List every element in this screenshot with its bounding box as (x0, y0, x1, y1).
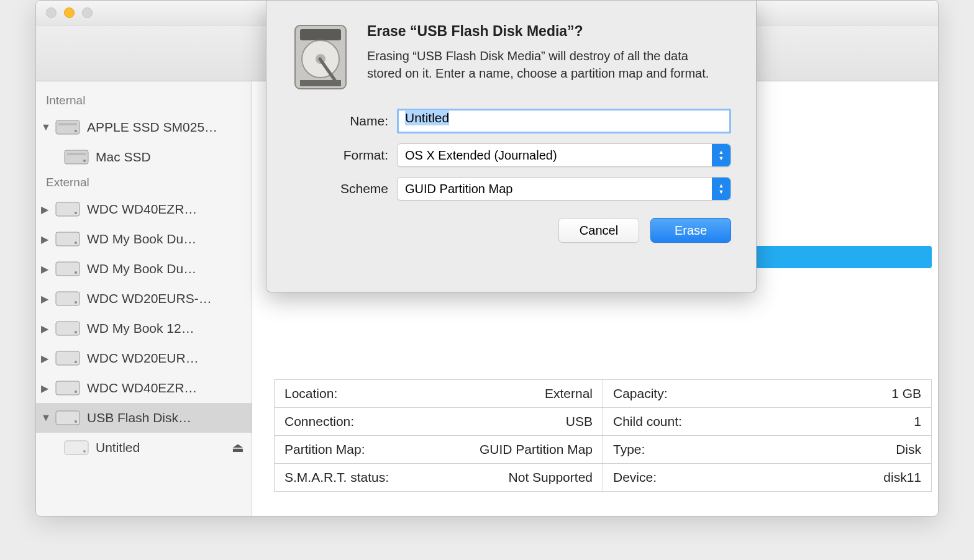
sidebar-disk-external-7[interactable]: ▼USB Flash Disk… (36, 403, 252, 433)
info-key: Child count: (613, 414, 682, 429)
info-value: Disk (896, 442, 921, 457)
svg-point-23 (75, 331, 77, 333)
sidebar-item-label: APPLE SSD SM025… (87, 120, 217, 135)
sidebar-item-label: WDC WD40EZR… (87, 381, 197, 395)
sidebar-disk-external-3[interactable]: ▶WDC WD20EURS-… (36, 284, 252, 314)
harddisk-large-icon (291, 23, 350, 91)
info-value: 1 GB (891, 386, 921, 401)
info-key: Connection: (284, 414, 354, 429)
dialog-title: Erase “USB Flash Disk Media”? (367, 23, 715, 40)
cancel-button[interactable]: Cancel (558, 218, 639, 243)
sidebar-item-label: WDC WD20EUR… (87, 351, 199, 366)
sidebar-item-label: WD My Book Du… (87, 261, 196, 276)
info-key: Capacity: (613, 386, 668, 401)
info-row: Child count:1 (603, 408, 931, 436)
scheme-value: GUID Partition Map (405, 182, 512, 196)
sidebar-disk-external-6[interactable]: ▶WDC WD40EZR… (36, 373, 252, 403)
svg-point-31 (83, 450, 86, 453)
info-key: S.M.A.R.T. status: (284, 470, 389, 485)
svg-point-13 (83, 160, 86, 162)
name-label: Name: (291, 114, 397, 129)
sidebar: Internal ▼ APPLE SSD SM025… Mac SSD Exte… (36, 81, 252, 516)
svg-point-27 (75, 391, 77, 393)
svg-point-19 (75, 271, 77, 274)
sidebar-item-label: Mac SSD (96, 150, 151, 165)
info-key: Device: (613, 470, 657, 485)
harddisk-icon (55, 407, 81, 428)
minimize-button[interactable] (64, 7, 75, 18)
select-arrows-icon (712, 178, 730, 200)
harddisk-icon (55, 199, 81, 220)
disk-info-table: Location:External Connection:USB Partiti… (274, 379, 932, 492)
format-select[interactable]: OS X Extended (Journaled) (397, 143, 731, 167)
sidebar-disk-external-0[interactable]: ▶WDC WD40EZR… (36, 194, 252, 224)
svg-point-25 (75, 361, 77, 363)
zoom-button[interactable] (82, 7, 93, 18)
info-key: Partition Map: (284, 442, 365, 457)
disclosure-triangle[interactable]: ▶ (41, 382, 52, 394)
svg-point-17 (75, 242, 77, 244)
disclosure-triangle[interactable]: ▶ (41, 323, 52, 335)
sidebar-item-label: WDC WD20EURS-… (87, 291, 212, 306)
sidebar-disk-external-2[interactable]: ▶WD My Book Du… (36, 254, 252, 284)
info-row: Partition Map:GUID Partition Map (275, 436, 603, 464)
sidebar-item-label: WDC WD40EZR… (87, 202, 197, 217)
info-row: Connection:USB (275, 408, 603, 436)
info-key: Type: (613, 442, 645, 457)
info-value: GUID Partition Map (480, 442, 593, 457)
scheme-select[interactable]: GUID Partition Map (397, 177, 731, 201)
info-value: USB (566, 414, 593, 429)
disclosure-triangle[interactable]: ▶ (41, 263, 52, 275)
sidebar-item-label: Untitled (96, 440, 140, 455)
sidebar-disk-external-1[interactable]: ▶WD My Book Du… (36, 224, 252, 254)
harddisk-icon (55, 117, 81, 138)
info-row: Capacity:1 GB (603, 380, 931, 408)
sidebar-volume-internal-0[interactable]: Mac SSD (36, 142, 252, 172)
harddisk-icon (55, 228, 81, 250)
info-row: Location:External (275, 380, 603, 408)
svg-rect-33 (300, 29, 341, 40)
info-value: Not Supported (509, 470, 593, 485)
svg-point-29 (75, 420, 77, 423)
svg-rect-12 (67, 153, 86, 155)
sidebar-disk-internal-0[interactable]: ▼ APPLE SSD SM025… (36, 112, 252, 142)
disclosure-triangle[interactable]: ▶ (41, 353, 52, 364)
disclosure-triangle[interactable]: ▼ (41, 412, 52, 423)
erase-confirm-button[interactable]: Erase (650, 218, 731, 243)
info-row: S.M.A.R.T. status:Not Supported (275, 464, 603, 491)
info-row: Device:disk11 (603, 464, 931, 491)
svg-point-15 (75, 212, 77, 214)
info-key: Location: (284, 386, 337, 401)
sidebar-section-external: External (36, 172, 252, 194)
sidebar-section-internal: Internal (36, 90, 252, 112)
disclosure-triangle[interactable]: ▶ (41, 293, 52, 305)
disclosure-triangle[interactable]: ▼ (41, 122, 52, 133)
sidebar-disk-external-5[interactable]: ▶WDC WD20EUR… (36, 343, 252, 373)
svg-rect-9 (58, 123, 77, 125)
svg-point-21 (75, 301, 77, 304)
select-arrows-icon (712, 144, 730, 166)
eject-icon[interactable]: ⏏ (232, 440, 244, 455)
info-value: disk11 (883, 470, 921, 485)
harddisk-icon (55, 318, 81, 339)
scheme-label: Scheme (291, 181, 397, 196)
erase-dialog: Erase “USB Flash Disk Media”? Erasing “U… (266, 1, 757, 292)
app-window: Disk Utility First Aid Partition Erase M… (35, 0, 939, 517)
info-value: External (545, 386, 593, 401)
sidebar-disk-external-4[interactable]: ▶WD My Book 12… (36, 314, 252, 343)
harddisk-icon (55, 258, 81, 279)
close-button[interactable] (46, 7, 57, 18)
sidebar-item-label: USB Flash Disk… (87, 410, 191, 425)
name-field[interactable]: Untitled (397, 109, 731, 133)
disclosure-triangle[interactable]: ▶ (41, 233, 52, 245)
format-value: OS X Extended (Journaled) (405, 148, 557, 163)
name-value: Untitled (405, 110, 449, 125)
sidebar-volume-external-7[interactable]: Untitled ⏏ (36, 433, 252, 463)
dialog-message: Erasing “USB Flash Disk Media” will dest… (367, 47, 715, 82)
disclosure-triangle[interactable]: ▶ (41, 204, 52, 215)
harddisk-icon (55, 348, 81, 369)
harddisk-icon (55, 377, 81, 399)
harddisk-icon (55, 288, 81, 309)
info-value: 1 (914, 414, 921, 429)
window-controls (46, 7, 93, 18)
